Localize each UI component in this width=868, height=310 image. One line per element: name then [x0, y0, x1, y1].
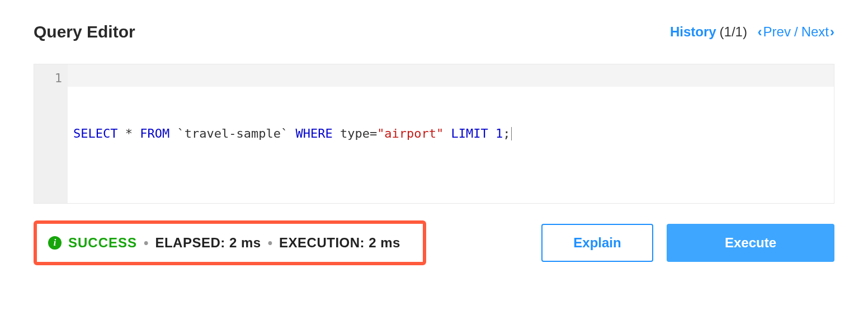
chevron-right-icon: ›: [830, 24, 834, 40]
editor-footer: i SUCCESS • ELAPSED: 2 ms • EXECUTION: 2…: [34, 220, 834, 265]
tok-from: FROM: [140, 126, 169, 140]
prev-button[interactable]: ‹ Prev: [758, 24, 791, 40]
tok-where: WHERE: [295, 126, 332, 140]
history-count: (1/1): [720, 24, 747, 40]
status-elapsed: ELAPSED: 2 ms: [155, 235, 261, 251]
status-execution: EXECUTION: 2 ms: [279, 235, 400, 251]
nav-separator: /: [794, 24, 798, 40]
tok-table: `travel-sample`: [177, 126, 288, 140]
tok-limit-n: 1: [496, 126, 503, 140]
tok-semi: ;: [503, 126, 510, 140]
history-nav: History (1/1) ‹ Prev / Next ›: [670, 24, 834, 40]
tok-column: type: [340, 126, 370, 140]
execute-button[interactable]: Execute: [667, 224, 834, 262]
active-line-highlight: [68, 64, 834, 87]
next-button[interactable]: Next ›: [801, 24, 834, 40]
editor-header: Query Editor History (1/1) ‹ Prev / Next…: [34, 22, 834, 41]
tok-select: SELECT: [73, 126, 117, 140]
tok-star: *: [125, 126, 133, 140]
tok-eq: =: [370, 126, 377, 140]
info-icon: i: [48, 236, 62, 250]
code-area[interactable]: SELECT * FROM `travel-sample` WHERE type…: [68, 64, 834, 203]
next-label: Next: [801, 24, 829, 40]
history-link[interactable]: History: [670, 24, 716, 40]
line-gutter: 1: [34, 64, 68, 203]
status-separator: •: [144, 235, 148, 251]
code-content: SELECT * FROM `travel-sample` WHERE type…: [73, 124, 834, 143]
chevron-left-icon: ‹: [758, 24, 762, 40]
prev-label: Prev: [763, 24, 791, 40]
page-title: Query Editor: [34, 22, 135, 41]
tok-limit: LIMIT: [451, 126, 488, 140]
explain-button[interactable]: Explain: [541, 224, 653, 262]
action-buttons: Explain Execute: [541, 224, 834, 262]
query-editor[interactable]: 1 SELECT * FROM `travel-sample` WHERE ty…: [34, 64, 834, 204]
tok-value: "airport": [377, 126, 444, 140]
line-number: 1: [34, 69, 62, 87]
status-box: i SUCCESS • ELAPSED: 2 ms • EXECUTION: 2…: [34, 220, 426, 265]
status-separator: •: [268, 235, 272, 251]
text-cursor: [511, 127, 512, 140]
status-success: SUCCESS: [68, 235, 137, 251]
info-icon-glyph: i: [54, 238, 56, 248]
